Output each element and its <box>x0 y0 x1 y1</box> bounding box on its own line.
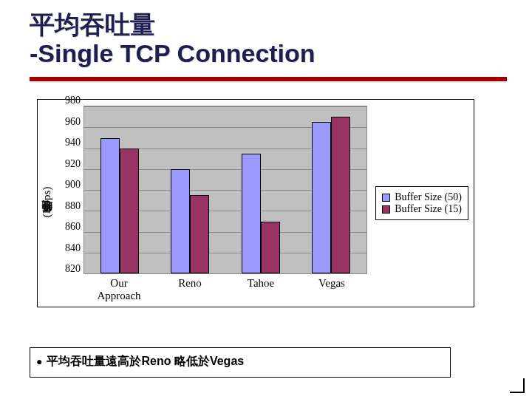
chart-container: 平均吞吐量 (Kbps) 980960940920900880860840820… <box>37 99 474 307</box>
x-tick: Reno <box>154 274 225 304</box>
x-tick: OurApproach <box>83 274 154 304</box>
bullet-icon: ● <box>36 356 42 366</box>
bar <box>261 222 280 274</box>
legend-label-1: Buffer Size (50) <box>395 191 462 203</box>
plot-area <box>83 106 367 274</box>
plot-column: OurApproachRenoTahoeVegas <box>83 100 370 307</box>
title-line-1: 平均吞吐量 <box>30 10 510 39</box>
title-line-2: -Single TCP Connection <box>30 39 510 68</box>
bar <box>190 195 209 273</box>
x-tick: Vegas <box>296 274 367 304</box>
legend-row-1: Buffer Size (50) <box>382 191 462 203</box>
slide: 平均吞吐量 -Single TCP Connection 平均吞吐量 (Kbps… <box>0 0 532 399</box>
legend-swatch-maroon <box>382 205 390 214</box>
legend: Buffer Size (50) Buffer Size (15) <box>370 100 474 307</box>
bar-group <box>225 106 296 273</box>
bar <box>312 122 331 273</box>
caption-row: ● 平均吞吐量遠高於Reno 略低於Vegas <box>36 354 444 369</box>
title-underline <box>30 77 507 81</box>
bar-groups <box>84 106 366 273</box>
bar <box>120 149 139 274</box>
bar-group <box>84 106 155 273</box>
y-axis-ticks: 980960940920900880860840820 <box>55 100 83 307</box>
slide-title: 平均吞吐量 -Single TCP Connection <box>0 0 532 72</box>
x-tick: Tahoe <box>225 274 296 304</box>
bar-group <box>296 106 367 273</box>
bar <box>100 138 120 274</box>
corner-decoration-icon <box>510 378 525 393</box>
legend-box: Buffer Size (50) Buffer Size (15) <box>375 186 468 220</box>
bar <box>171 169 190 273</box>
bar <box>331 117 350 273</box>
bar <box>242 154 261 273</box>
x-axis-ticks: OurApproachRenoTahoeVegas <box>83 274 367 304</box>
caption-text: 平均吞吐量遠高於Reno 略低於Vegas <box>47 354 244 369</box>
gridline <box>84 273 366 274</box>
bar-group <box>155 106 226 273</box>
y-axis-label: 平均吞吐量 (Kbps) <box>38 100 55 307</box>
caption-box: ● 平均吞吐量遠高於Reno 略低於Vegas <box>30 347 451 378</box>
legend-label-2: Buffer Size (15) <box>395 203 462 215</box>
legend-swatch-blue <box>382 194 390 202</box>
legend-row-2: Buffer Size (15) <box>382 203 462 215</box>
